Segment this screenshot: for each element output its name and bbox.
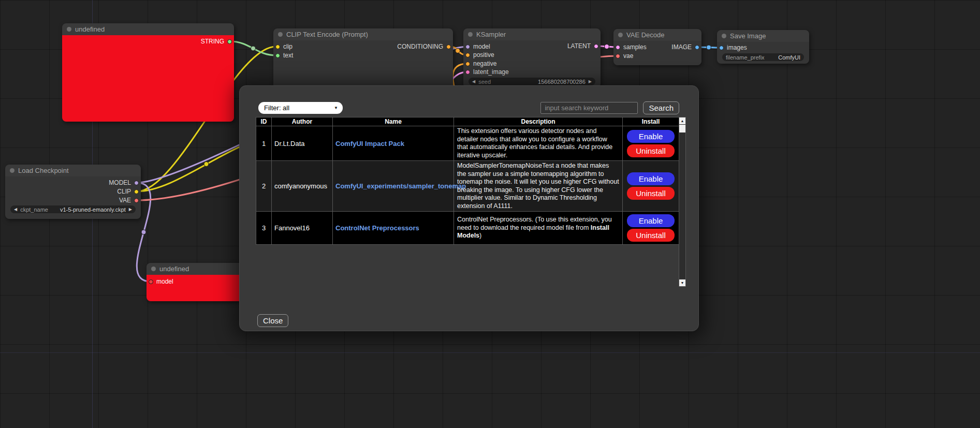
- col-header-install: Install: [623, 117, 679, 126]
- manager-install-dialog: Filter: all ▼ Search ID Author Name Desc…: [239, 85, 699, 331]
- col-header-id: ID: [256, 117, 272, 126]
- input-port-vae[interactable]: [616, 54, 620, 58]
- input-label: images: [727, 44, 747, 51]
- uninstall-button[interactable]: Uninstall: [627, 229, 675, 242]
- node-title: Load Checkpoint: [18, 167, 69, 174]
- input-port-model[interactable]: [149, 279, 153, 284]
- extension-table: ID Author Name Description Install 1 Dr.…: [256, 117, 679, 245]
- output-port-vae[interactable]: [134, 198, 139, 203]
- collapse-dot-icon[interactable]: [468, 32, 473, 37]
- extension-description: ModelSamplerTonemapNoiseTest a node that…: [454, 161, 623, 212]
- node-body[interactable]: images filename_prefix ComfyUI: [717, 42, 809, 64]
- input-port-latent-image[interactable]: [465, 70, 470, 75]
- enable-button[interactable]: Enable: [627, 172, 675, 185]
- scroll-up-icon[interactable]: ▲: [679, 117, 685, 124]
- node-title: KSampler: [476, 31, 506, 38]
- extension-link[interactable]: ComfyUI Impact Pack: [335, 140, 404, 147]
- input-port-model[interactable]: [465, 45, 470, 49]
- output-port-clip[interactable]: [134, 189, 139, 194]
- link-midpoint-dot[interactable]: [456, 49, 460, 53]
- output-port-model[interactable]: [134, 181, 139, 185]
- previous-icon[interactable]: ◀: [14, 208, 17, 212]
- close-button[interactable]: Close: [257, 314, 288, 327]
- collapse-dot-icon[interactable]: [67, 27, 71, 32]
- collapse-dot-icon[interactable]: [618, 33, 623, 37]
- widget-value: 156680208700286: [538, 79, 586, 85]
- node-undefined-top[interactable]: undefined STRING: [62, 23, 234, 122]
- output-port-latent[interactable]: [594, 44, 598, 49]
- increment-icon[interactable]: ▶: [589, 80, 592, 84]
- col-header-name: Name: [333, 117, 454, 126]
- uninstall-button[interactable]: Uninstall: [627, 144, 675, 157]
- description-text: ControlNet Preprocessors. (To use this e…: [457, 216, 612, 231]
- col-header-author: Author: [272, 117, 333, 126]
- filter-select[interactable]: Filter: all ▼: [258, 102, 343, 114]
- node-body[interactable]: STRING: [62, 35, 234, 122]
- input-port-images[interactable]: [719, 46, 724, 50]
- widget-label: filename_prefix: [726, 54, 765, 61]
- node-body[interactable]: samples vae IMAGE: [613, 41, 701, 65]
- node-title: undefined: [159, 265, 189, 273]
- input-port-clip[interactable]: [275, 45, 280, 49]
- extension-id: 3: [256, 212, 272, 245]
- col-header-description: Description: [454, 117, 623, 126]
- node-title-bar[interactable]: VAE Decode: [613, 29, 701, 41]
- node-body[interactable]: MODEL CLIP VAE ◀ ckpt_name v1-5-pruned-e…: [5, 176, 141, 219]
- input-label: vae: [623, 52, 633, 60]
- link-midpoint-dot[interactable]: [707, 45, 711, 50]
- scroll-down-icon[interactable]: ▼: [679, 279, 685, 286]
- scroll-thumb[interactable]: [679, 125, 685, 132]
- filename-prefix-widget[interactable]: filename_prefix ComfyUI: [722, 53, 804, 61]
- collapse-dot-icon[interactable]: [10, 168, 14, 173]
- node-body[interactable]: model positive negative latent_image LAT…: [463, 40, 601, 88]
- node-save-image[interactable]: Save Image images filename_prefix ComfyU…: [717, 30, 809, 64]
- input-label: samples: [623, 43, 647, 51]
- input-port-samples[interactable]: [616, 45, 620, 50]
- extension-row: 3 Fannovel16 ControlNet Preprocessors Co…: [256, 212, 679, 245]
- ckpt-name-widget[interactable]: ◀ ckpt_name v1-5-pruned-emaonly.ckpt ▶: [10, 205, 136, 213]
- dialog-toolbar: Filter: all ▼ Search: [258, 101, 679, 114]
- node-title-bar[interactable]: Load Checkpoint: [5, 165, 141, 176]
- node-title-bar[interactable]: undefined: [62, 23, 234, 35]
- node-graph-canvas[interactable]: undefined STRING CLIP Text Encode (Promp…: [0, 0, 980, 428]
- extension-table-area: ID Author Name Description Install 1 Dr.…: [256, 117, 686, 287]
- next-icon[interactable]: ▶: [129, 208, 132, 212]
- input-port-negative[interactable]: [465, 62, 470, 66]
- node-load-checkpoint[interactable]: Load Checkpoint MODEL CLIP VAE ◀ ckpt_na…: [5, 165, 141, 219]
- search-button[interactable]: Search: [643, 101, 679, 114]
- enable-button[interactable]: Enable: [627, 214, 675, 227]
- node-ksampler[interactable]: KSampler model positive negative latent_…: [463, 28, 601, 88]
- seed-widget[interactable]: ◀ seed 156680208700286 ▶: [469, 78, 595, 85]
- output-label: CONDITIONING: [397, 43, 443, 50]
- decrement-icon[interactable]: ◀: [472, 80, 475, 84]
- node-title: CLIP Text Encode (Prompt): [286, 31, 368, 38]
- node-title-bar[interactable]: KSampler: [463, 28, 601, 40]
- output-port-conditioning[interactable]: [446, 45, 451, 49]
- output-port-string[interactable]: [227, 39, 232, 44]
- extension-row: 2 comfyanonymous ComfyUI_experiments/sam…: [256, 161, 679, 212]
- node-title: undefined: [75, 25, 105, 33]
- extension-description: This extension offers various detector n…: [454, 126, 623, 161]
- extension-link[interactable]: ControlNet Preprocessors: [335, 224, 419, 232]
- input-port-text[interactable]: [275, 53, 280, 58]
- search-input[interactable]: [540, 102, 638, 114]
- link-midpoint-dot[interactable]: [605, 45, 609, 49]
- widget-label: ckpt_name: [20, 206, 48, 213]
- link-midpoint-dot[interactable]: [251, 46, 256, 51]
- collapse-dot-icon[interactable]: [278, 32, 283, 37]
- collapse-dot-icon[interactable]: [151, 267, 156, 271]
- node-title-bar[interactable]: CLIP Text Encode (Prompt): [273, 28, 453, 40]
- node-vae-decode[interactable]: VAE Decode samples vae IMAGE: [613, 29, 701, 65]
- uninstall-button[interactable]: Uninstall: [627, 187, 675, 200]
- scrollbar[interactable]: ▲ ▼: [679, 117, 686, 287]
- node-title-bar[interactable]: Save Image: [717, 30, 809, 42]
- extension-link[interactable]: ComfyUI_experiments/sampler_tonemap: [335, 182, 466, 190]
- output-port-image[interactable]: [695, 45, 699, 50]
- extension-author: Dr.Lt.Data: [272, 126, 333, 161]
- input-port-positive[interactable]: [465, 53, 470, 57]
- output-label: MODEL: [109, 179, 131, 186]
- collapse-dot-icon[interactable]: [722, 34, 726, 38]
- link-midpoint-dot[interactable]: [204, 162, 209, 167]
- link-midpoint-dot[interactable]: [141, 230, 146, 234]
- enable-button[interactable]: Enable: [627, 130, 675, 143]
